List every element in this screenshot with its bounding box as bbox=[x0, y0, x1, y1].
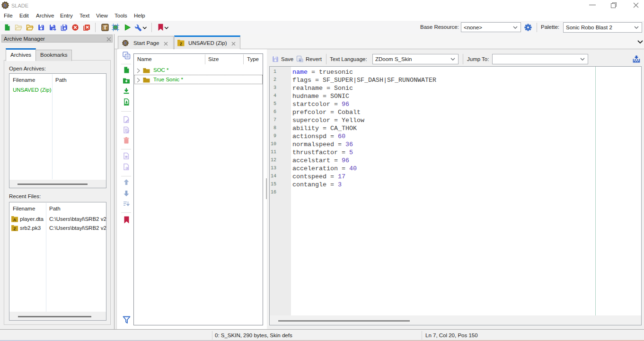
svg-text:S: S bbox=[124, 41, 126, 45]
svg-text:z: z bbox=[180, 41, 182, 46]
svg-text:Z: Z bbox=[13, 227, 16, 231]
svg-text:S: S bbox=[4, 3, 7, 8]
svg-text:T: T bbox=[103, 25, 107, 30]
svg-text:A: A bbox=[13, 218, 17, 222]
